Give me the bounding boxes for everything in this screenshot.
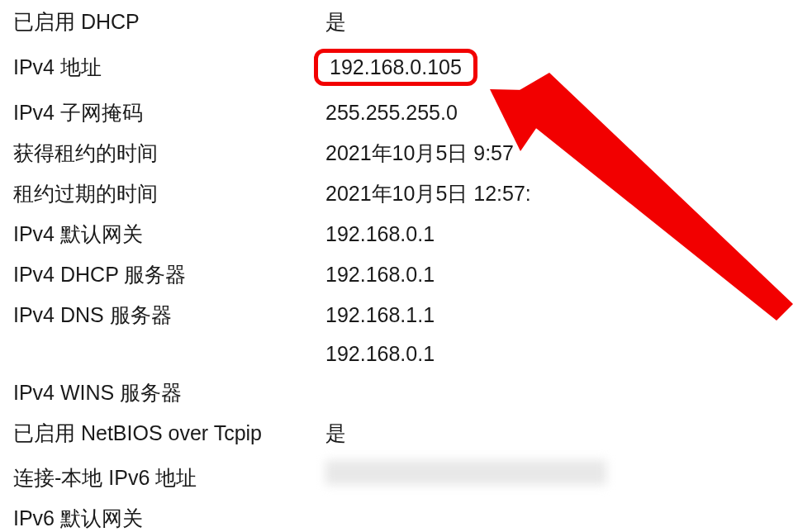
property-label: IPv4 DHCP 服务器 <box>13 261 325 288</box>
value-text: 是 <box>325 421 346 444</box>
value-text: 192.168.0.1 <box>325 222 435 245</box>
property-row: 192.168.0.1 <box>13 342 785 366</box>
property-row: IPv4 WINS 服务器 <box>13 379 785 406</box>
property-value: 192.168.0.105 <box>325 49 785 86</box>
property-value: 是 <box>325 8 785 36</box>
property-row: IPv4 默认网关192.168.0.1 <box>13 221 785 248</box>
property-row: 已启用 DHCP是 <box>13 8 785 36</box>
property-row: 连接-本地 IPv6 地址 <box>13 460 785 492</box>
property-row: IPv4 子网掩码255.255.255.0 <box>13 99 785 126</box>
property-label: IPv4 默认网关 <box>13 221 325 248</box>
value-text: 2021年10月5日 9:57 <box>325 141 514 164</box>
property-label: IPv4 子网掩码 <box>13 99 325 126</box>
property-value: 255.255.255.0 <box>325 101 785 125</box>
property-label: 获得租约的时间 <box>13 140 325 167</box>
property-label: 连接-本地 IPv6 地址 <box>13 464 325 492</box>
highlighted-value: 192.168.0.105 <box>314 49 477 86</box>
property-label: IPv4 地址 <box>13 54 325 81</box>
property-value: 2021年10月5日 9:57 <box>325 140 785 167</box>
property-row: IPv4 地址192.168.0.105 <box>13 49 785 86</box>
value-text: 2021年10月5日 12:57: <box>325 182 531 205</box>
property-label: 已启用 DHCP <box>13 8 325 36</box>
network-details-list: 已启用 DHCP是IPv4 地址192.168.0.105IPv4 子网掩码25… <box>13 8 785 532</box>
property-value: 192.168.0.1 <box>325 342 785 366</box>
value-text: 192.168.0.1 <box>325 342 435 365</box>
property-row: 获得租约的时间2021年10月5日 9:57 <box>13 140 785 167</box>
property-label: IPv6 默认网关 <box>13 505 325 532</box>
property-row: IPv4 DNS 服务器192.168.1.1 <box>13 302 785 329</box>
property-label: IPv4 DNS 服务器 <box>13 302 325 329</box>
property-row: 租约过期的时间2021年10月5日 12:57: <box>13 180 785 207</box>
property-row: 已启用 NetBIOS over Tcpip是 <box>13 420 785 447</box>
value-text: 192.168.1.1 <box>325 303 435 326</box>
property-value: 2021年10月5日 12:57: <box>325 180 785 207</box>
property-row: IPv4 DHCP 服务器192.168.0.1 <box>13 261 785 288</box>
value-text: 是 <box>325 10 346 33</box>
value-text: 192.168.0.1 <box>325 263 435 286</box>
property-label: 已启用 NetBIOS over Tcpip <box>13 420 325 447</box>
property-value: 192.168.0.1 <box>325 263 785 287</box>
value-text: 255.255.255.0 <box>325 101 458 124</box>
property-value <box>325 460 785 490</box>
property-row: IPv6 默认网关 <box>13 505 785 532</box>
redacted-value <box>325 460 606 485</box>
property-label: 租约过期的时间 <box>13 180 325 207</box>
property-value: 192.168.0.1 <box>325 222 785 246</box>
property-value: 192.168.1.1 <box>325 303 785 327</box>
property-value: 是 <box>325 420 785 447</box>
property-label: IPv4 WINS 服务器 <box>13 379 325 406</box>
